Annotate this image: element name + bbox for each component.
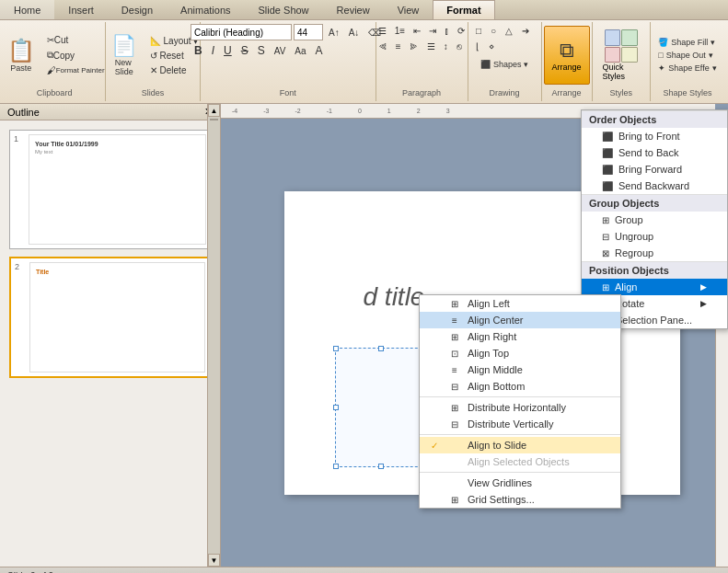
cut-button[interactable]: ✂ Cut xyxy=(43,33,109,47)
handle-mid-bottom[interactable] xyxy=(378,464,384,469)
tab-design[interactable]: Design xyxy=(108,0,167,19)
numbering-button[interactable]: 1≡ xyxy=(391,24,409,38)
handle-mid-top[interactable] xyxy=(378,346,384,351)
separator-1 xyxy=(420,396,620,397)
char-spacing-button[interactable]: AV xyxy=(271,44,290,58)
align-item-arrange[interactable]: ⊞ Align xyxy=(582,279,727,295)
regroup-item[interactable]: ⊠ Regroup xyxy=(582,245,727,261)
shape-5[interactable]: ⌊ xyxy=(472,40,483,53)
format-painter-button[interactable]: 🖌 Format Painter xyxy=(43,63,109,77)
font-color-button[interactable]: A xyxy=(312,42,327,59)
shape-fill-button[interactable]: 🪣 Shape Fill ▾ xyxy=(656,37,718,48)
group-paragraph: ☰ 1≡ ⇤ ⇥ ⫿ ⟳ ⫷ ≡ ⫸ ☰ ↕ ⎋ Paragraph xyxy=(376,22,468,101)
align-top-icon: ⊡ xyxy=(447,349,462,359)
outline-scrollbar[interactable]: ▲ ▼ xyxy=(207,104,220,567)
slide-1-title: Your Title 01/01/1999 xyxy=(35,141,200,147)
italic-button[interactable]: I xyxy=(208,42,218,59)
text-direction-button[interactable]: ⟳ xyxy=(454,24,468,38)
align-top-item[interactable]: ⊡ Align Top xyxy=(420,345,620,361)
tab-home[interactable]: Home xyxy=(0,0,54,19)
columns-button[interactable]: ⫿ xyxy=(441,24,453,38)
tab-insert[interactable]: Insert xyxy=(54,0,108,19)
bring-forward-item[interactable]: ⬛ Bring Forward xyxy=(582,161,727,178)
tab-view[interactable]: View xyxy=(384,0,433,19)
separator-3 xyxy=(420,472,620,473)
align-center-item[interactable]: ≡ Align Center xyxy=(420,312,620,328)
paste-button[interactable]: 📋 Paste xyxy=(1,26,41,85)
shape-outline-icon: □ xyxy=(658,51,663,60)
group-font: Calibri (Heading) 44 A↑ A↓ ⌫ B I U S S A… xyxy=(201,22,376,101)
decrease-font-button[interactable]: A↓ xyxy=(345,26,364,40)
group-arrange: ⧉ Arrange Arrange xyxy=(542,22,593,101)
send-backward-item[interactable]: ⬛ Send Backward xyxy=(582,178,727,194)
shadow-button[interactable]: S xyxy=(254,42,269,59)
shape-4[interactable]: ➔ xyxy=(518,24,533,38)
outline-panel: Outline ✕ 1 Your Title 01/01/1999 My tex… xyxy=(0,104,221,567)
view-gridlines-item[interactable]: View Gridlines xyxy=(420,475,620,491)
shape-outline-button[interactable]: □ Shape Out ▾ xyxy=(656,50,718,61)
group-shape-styles: 🪣 Shape Fill ▾ □ Shape Out ▾ ✦ Shape Eff… xyxy=(651,22,724,101)
tab-review[interactable]: Review xyxy=(323,0,384,19)
new-slide-button[interactable]: 📄 NewSlide xyxy=(104,26,144,85)
slide-thumbnail-2[interactable]: 2 Title xyxy=(9,257,211,378)
shape-effects-button[interactable]: ✦ Shape Effe ▾ xyxy=(656,63,718,74)
send-to-back-item[interactable]: ⬛ Send to Back xyxy=(582,144,727,161)
scroll-up-button[interactable]: ▲ xyxy=(208,104,220,117)
shape-6[interactable]: ⋄ xyxy=(485,40,498,53)
slide-thumb-inner-1: Your Title 01/01/1999 My text xyxy=(29,134,206,245)
shape-effects-icon: ✦ xyxy=(658,63,665,73)
align-bottom-item[interactable]: ⊟ Align Bottom xyxy=(420,378,620,395)
align-left-item[interactable]: ⊞ Align Left xyxy=(420,295,620,312)
slide-thumbnail-1[interactable]: 1 Your Title 01/01/1999 My text xyxy=(9,130,211,249)
align-dropdown: ⊞ Align Left ≡ Align Center ⊞ Align Righ… xyxy=(419,294,621,509)
tab-animations[interactable]: Animations xyxy=(167,0,244,19)
ungroup-item[interactable]: ⊟ Ungroup xyxy=(582,228,727,245)
bullets-button[interactable]: ☰ xyxy=(375,24,390,38)
tab-format[interactable]: Format xyxy=(433,0,494,19)
distribute-h-item[interactable]: ⊞ Distribute Horizontally xyxy=(420,399,620,416)
increase-font-button[interactable]: A↑ xyxy=(325,26,343,40)
underline-button[interactable]: U xyxy=(220,42,236,59)
bold-button[interactable]: B xyxy=(191,42,206,59)
handle-bottom-left[interactable] xyxy=(333,464,339,469)
quick-styles-group-label: Styles xyxy=(608,86,635,99)
align-right-icon: ⊞ xyxy=(447,332,462,342)
align-to-slide-item[interactable]: ✓ Align to Slide xyxy=(420,437,620,453)
shape-2[interactable]: ○ xyxy=(487,24,500,38)
grid-settings-item[interactable]: ⊞ Grid Settings... xyxy=(420,491,620,508)
shapes-button[interactable]: ⬛ Shapes ▾ xyxy=(476,57,533,72)
strikethrough-button[interactable]: S xyxy=(237,42,252,59)
align-center-button[interactable]: ≡ xyxy=(392,40,405,53)
font-size-input[interactable]: 44 xyxy=(294,24,323,40)
handle-mid-left[interactable] xyxy=(333,405,339,410)
shape-1[interactable]: □ xyxy=(472,24,485,38)
text-case-button[interactable]: Aa xyxy=(291,44,309,58)
group-drawing: □ ○ △ ➔ ⌊ ⋄ ⬛ Shapes ▾ Drawing xyxy=(468,22,542,101)
copy-button[interactable]: ⧉ Copy xyxy=(43,48,109,63)
scroll-down-button[interactable]: ▼ xyxy=(208,554,220,567)
slide-title: d title xyxy=(364,282,425,312)
tab-slideshow[interactable]: Slide Show xyxy=(245,0,323,19)
font-name-input[interactable]: Calibri (Heading) xyxy=(191,24,292,40)
increase-indent-button[interactable]: ⇥ xyxy=(425,24,440,38)
bring-to-front-item[interactable]: ⬛ Bring to Front xyxy=(582,128,727,144)
justify-button[interactable]: ☰ xyxy=(423,40,439,53)
group-item[interactable]: ⊞ Group xyxy=(582,212,727,228)
align-middle-item[interactable]: ≡ Align Middle xyxy=(420,361,620,378)
regroup-icon: ⊠ xyxy=(602,248,609,258)
convert-smartart-button[interactable]: ⎋ xyxy=(453,40,466,53)
selection-box[interactable] xyxy=(335,348,427,467)
arrange-button[interactable]: ⧉ Arrange xyxy=(544,26,590,85)
bring-forward-icon: ⬛ xyxy=(602,165,613,175)
handle-top-left[interactable] xyxy=(333,346,339,351)
distribute-v-item[interactable]: ⊟ Distribute Vertically xyxy=(420,416,620,432)
decrease-indent-button[interactable]: ⇤ xyxy=(410,24,424,38)
align-right-button[interactable]: ⫸ xyxy=(406,40,422,53)
align-left-button[interactable]: ⫷ xyxy=(375,40,391,53)
quick-styles-button[interactable]: Quick Styles xyxy=(598,26,644,85)
group-slides: 📄 NewSlide 📐 Layout ▾ ↺ Reset ✕ Delete S… xyxy=(106,22,201,101)
scroll-thumb[interactable] xyxy=(210,119,218,120)
shape-3[interactable]: △ xyxy=(502,24,516,38)
align-right-item[interactable]: ⊞ Align Right xyxy=(420,328,620,345)
line-spacing-button[interactable]: ↕ xyxy=(440,40,452,53)
